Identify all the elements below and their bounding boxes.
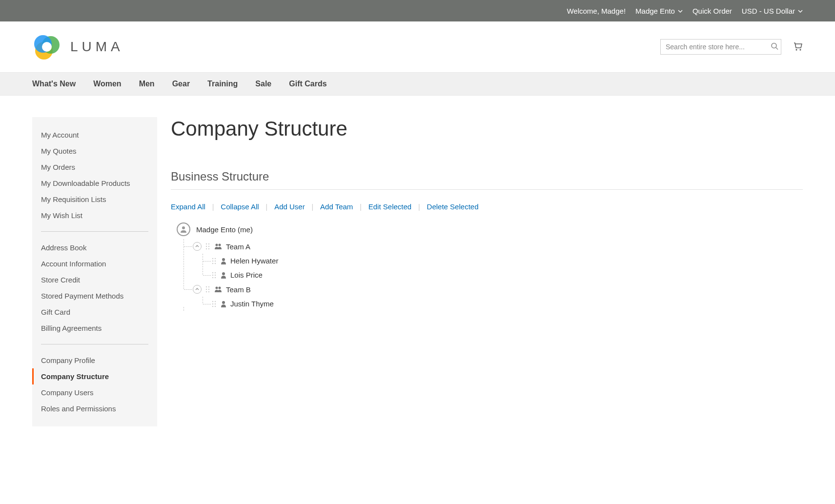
separator: | <box>266 203 268 211</box>
account-sidebar: My Account My Quotes My Orders My Downlo… <box>32 117 157 426</box>
svg-point-27 <box>215 274 216 275</box>
drag-handle-icon[interactable] <box>212 301 217 307</box>
separator: | <box>312 203 314 211</box>
sidebar-my-orders[interactable]: My Orders <box>32 159 157 175</box>
drag-handle-icon[interactable] <box>212 258 217 264</box>
drag-handle-icon[interactable] <box>205 286 210 293</box>
cart-button[interactable] <box>792 41 803 53</box>
main-content: My Account My Quotes My Orders My Downlo… <box>0 96 835 446</box>
svg-point-26 <box>212 274 213 275</box>
person-icon <box>221 272 226 279</box>
sidebar-my-wishlist[interactable]: My Wish List <box>32 207 157 223</box>
user-menu[interactable]: Madge Ento <box>635 7 683 15</box>
sidebar-company-structure[interactable]: Company Structure <box>34 368 157 384</box>
header: LUMA <box>0 21 835 72</box>
tree-team-node[interactable]: Team B <box>184 282 803 297</box>
sidebar-my-downloadable[interactable]: My Downloadable Products <box>32 175 157 191</box>
currency-menu[interactable]: USD - US Dollar <box>742 7 803 15</box>
tree-node-label: Team A <box>226 242 250 251</box>
svg-point-35 <box>206 291 207 292</box>
collapse-toggle[interactable] <box>193 285 202 294</box>
page-content: Company Structure Business Structure Exp… <box>157 117 803 311</box>
svg-point-40 <box>215 301 216 302</box>
svg-point-18 <box>215 258 216 259</box>
welcome-message: Welcome, Madge! <box>567 7 626 15</box>
tree-node-label: Helen Hywater <box>230 257 278 265</box>
quick-order-link[interactable]: Quick Order <box>692 7 732 15</box>
svg-point-7 <box>800 49 801 50</box>
chevron-up-icon <box>195 244 200 249</box>
svg-point-19 <box>212 260 213 261</box>
sidebar-address-book[interactable]: Address Book <box>32 240 157 256</box>
edit-selected-link[interactable]: Edit Selected <box>368 202 411 211</box>
nav-whats-new[interactable]: What's New <box>32 80 76 88</box>
tree-node-label: Team B <box>226 285 251 294</box>
collapse-all-link[interactable]: Collapse All <box>221 202 259 211</box>
svg-point-30 <box>222 272 225 275</box>
sidebar-account-info[interactable]: Account Information <box>32 256 157 272</box>
svg-point-22 <box>215 262 216 263</box>
team-icon <box>214 286 222 293</box>
delete-selected-link[interactable]: Delete Selected <box>427 202 479 211</box>
svg-point-21 <box>212 262 213 263</box>
search-icon <box>771 42 778 50</box>
top-bar: Welcome, Madge! Madge Ento Quick Order U… <box>0 0 835 21</box>
svg-point-3 <box>42 42 52 52</box>
svg-point-28 <box>212 277 213 278</box>
sidebar-payment-methods[interactable]: Stored Payment Methods <box>32 288 157 304</box>
avatar-icon <box>177 222 190 236</box>
currency-label: USD - US Dollar <box>742 7 795 15</box>
svg-point-24 <box>212 272 213 273</box>
nav-training[interactable]: Training <box>207 80 238 88</box>
sidebar-gift-card[interactable]: Gift Card <box>32 304 157 320</box>
company-tree: Madge Ento (me) Team <box>171 220 803 311</box>
tree-team-node[interactable]: Team A <box>184 239 803 254</box>
add-user-link[interactable]: Add User <box>274 202 305 211</box>
svg-point-15 <box>216 244 218 246</box>
sidebar-my-account[interactable]: My Account <box>32 127 157 143</box>
sidebar-store-credit[interactable]: Store Credit <box>32 272 157 288</box>
nav-gear[interactable]: Gear <box>172 80 190 88</box>
nav-women[interactable]: Women <box>93 80 121 88</box>
drag-handle-icon[interactable] <box>205 243 210 250</box>
tree-user-node[interactable]: Helen Hywater <box>203 254 803 268</box>
sidebar-my-requisition[interactable]: My Requisition Lists <box>32 191 157 207</box>
sidebar-divider <box>41 231 148 232</box>
chevron-up-icon <box>195 287 200 292</box>
svg-point-32 <box>208 286 209 287</box>
user-name: Madge Ento <box>635 7 675 15</box>
search-button[interactable] <box>771 42 778 52</box>
svg-point-41 <box>212 303 213 304</box>
sidebar-company-profile[interactable]: Company Profile <box>32 352 157 368</box>
sidebar-company-users[interactable]: Company Users <box>32 384 157 401</box>
tree-root-node[interactable]: Madge Ento (me) <box>177 220 803 239</box>
search-input[interactable] <box>660 39 781 55</box>
drag-handle-icon[interactable] <box>212 272 217 279</box>
search-box <box>660 39 781 55</box>
logo[interactable]: LUMA <box>32 32 124 61</box>
chevron-down-icon <box>798 7 803 15</box>
sidebar-roles-permissions[interactable]: Roles and Permissions <box>32 401 157 417</box>
tree-user-node[interactable]: Justin Thyme <box>203 297 803 311</box>
sidebar-my-quotes[interactable]: My Quotes <box>32 143 157 159</box>
expand-all-link[interactable]: Expand All <box>171 202 205 211</box>
svg-point-38 <box>219 287 221 289</box>
nav-men[interactable]: Men <box>139 80 155 88</box>
svg-point-29 <box>215 277 216 278</box>
svg-point-17 <box>212 258 213 259</box>
nav-gift-cards[interactable]: Gift Cards <box>289 80 326 88</box>
svg-point-37 <box>216 287 218 289</box>
nav-sale[interactable]: Sale <box>255 80 271 88</box>
svg-point-14 <box>208 248 209 249</box>
separator: | <box>360 203 362 211</box>
svg-point-20 <box>215 260 216 261</box>
cart-icon <box>792 41 803 52</box>
svg-point-44 <box>215 305 216 306</box>
sidebar-billing-agreements[interactable]: Billing Agreements <box>32 320 157 336</box>
add-team-link[interactable]: Add Team <box>320 202 353 211</box>
svg-point-45 <box>222 301 225 304</box>
person-icon <box>221 258 226 264</box>
tree-user-node[interactable]: Lois Price <box>203 268 803 282</box>
svg-line-5 <box>776 48 778 50</box>
collapse-toggle[interactable] <box>193 242 202 251</box>
